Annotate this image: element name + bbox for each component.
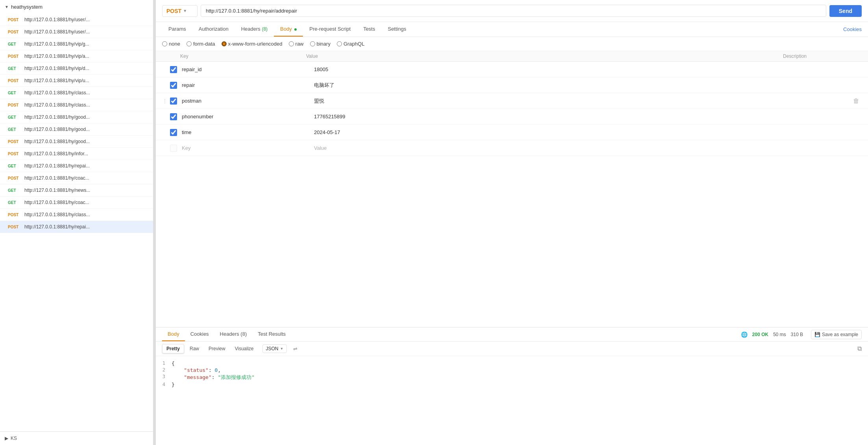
- sidebar-item[interactable]: GEThttp://127.0.0.1:8881/hy/good...: [0, 111, 153, 123]
- sidebar-item[interactable]: POSThttp://127.0.0.1:8881/hy/vip/a...: [0, 50, 153, 63]
- sidebar-item[interactable]: GEThttp://127.0.0.1:8881/hy/news...: [0, 184, 153, 197]
- sidebar-item[interactable]: POSThttp://127.0.0.1:8881/hy/good...: [0, 136, 153, 148]
- url-input[interactable]: [201, 5, 826, 17]
- row-checkbox[interactable]: [170, 82, 177, 89]
- json-colon: :: [212, 374, 218, 380]
- format-button-preview[interactable]: Preview: [205, 344, 229, 353]
- body-radio-binary[interactable]: [310, 41, 315, 46]
- row-value-placeholder[interactable]: Value: [308, 145, 862, 151]
- save-example-button[interactable]: 💾 Save as example: [811, 330, 862, 339]
- json-key: "status": [184, 367, 209, 373]
- row-checkbox[interactable]: [170, 97, 177, 105]
- method-badge: POST: [8, 18, 22, 22]
- item-url: http://127.0.0.1:8881/hy/news...: [24, 188, 90, 193]
- main-panel: POST ▼ Send ParamsAuthorizationHeaders (…: [156, 0, 868, 445]
- row-key-placeholder[interactable]: Key: [182, 145, 308, 151]
- row-value: 18005: [308, 66, 862, 72]
- request-tab-params[interactable]: Params: [162, 22, 192, 37]
- request-tab-headers[interactable]: Headers (8): [235, 22, 274, 37]
- sidebar-item[interactable]: POSThttp://127.0.0.1:8881/hy/class...: [0, 209, 153, 221]
- method-badge: GET: [8, 127, 22, 132]
- body-radio-GraphQL[interactable]: [337, 41, 342, 46]
- row-checkbox[interactable]: [170, 113, 177, 120]
- response-tab-headers[interactable]: Headers (8): [214, 327, 253, 341]
- body-radio-x-www-form-urlencoded[interactable]: [222, 41, 227, 46]
- body-option-label: raw: [295, 41, 304, 47]
- row-key: repair: [182, 82, 308, 88]
- json-indent: [172, 374, 184, 380]
- wrap-button[interactable]: ⇌: [292, 344, 299, 353]
- body-option-raw[interactable]: raw: [289, 41, 304, 47]
- format-button-pretty[interactable]: Pretty: [162, 344, 184, 353]
- item-url: http://127.0.0.1:8881/hy/coac...: [24, 200, 89, 205]
- response-tab-test-results[interactable]: Test Results: [252, 327, 291, 341]
- key-header: Key: [162, 53, 300, 59]
- request-tab-body[interactable]: Body: [274, 22, 303, 37]
- response-tab-body[interactable]: Body: [162, 327, 185, 341]
- sidebar-item[interactable]: POSThttp://127.0.0.1:8881/hy/class...: [0, 99, 153, 111]
- body-option-none[interactable]: none: [162, 41, 180, 47]
- format-button-raw[interactable]: Raw: [186, 344, 203, 353]
- copy-button[interactable]: ⧉: [857, 345, 862, 352]
- body-radio-none[interactable]: [162, 41, 167, 46]
- collection-header[interactable]: ▼ heathysystem: [0, 0, 153, 14]
- table-row: ⋮⋮ repair 电脑坏了: [156, 77, 868, 93]
- sidebar-item[interactable]: POSThttp://127.0.0.1:8881/hy/coac...: [0, 172, 153, 184]
- sidebar-item[interactable]: POSThttp://127.0.0.1:8881/hy/user/...: [0, 14, 153, 26]
- request-tab-settings[interactable]: Settings: [381, 22, 412, 37]
- body-option-label: binary: [317, 41, 331, 47]
- item-url: http://127.0.0.1:8881/hy/vip/g...: [24, 41, 89, 47]
- code-line: 2 "status": 0,: [156, 367, 868, 373]
- method-badge: POST: [8, 54, 22, 59]
- sidebar-item[interactable]: GEThttp://127.0.0.1:8881/hy/repai...: [0, 160, 153, 172]
- item-url: http://127.0.0.1:8881/hy/class...: [24, 102, 90, 108]
- item-url: http://127.0.0.1:8881/hy/user/...: [24, 29, 90, 35]
- line-content: {: [172, 360, 868, 366]
- footer-label: KS: [11, 436, 17, 441]
- sidebar-item[interactable]: GEThttp://127.0.0.1:8881/hy/vip/g...: [0, 38, 153, 50]
- sidebar-item[interactable]: GEThttp://127.0.0.1:8881/hy/coac...: [0, 197, 153, 209]
- send-button[interactable]: Send: [829, 5, 862, 17]
- response-tab-cookies[interactable]: Cookies: [185, 327, 214, 341]
- item-url: http://127.0.0.1:8881/hy/good...: [24, 114, 90, 120]
- body-option-x-www-form-urlencoded[interactable]: x-www-form-urlencoded: [222, 41, 283, 47]
- body-option-form-data[interactable]: form-data: [187, 41, 215, 47]
- sidebar-item[interactable]: GEThttp://127.0.0.1:8881/hy/good...: [0, 123, 153, 136]
- body-radio-form-data[interactable]: [187, 41, 192, 46]
- row-value: 电脑坏了: [308, 82, 862, 89]
- row-checkbox-empty[interactable]: [170, 145, 177, 152]
- method-badge: GET: [8, 42, 22, 46]
- delete-row-button[interactable]: 🗑: [851, 97, 862, 105]
- sidebar-item[interactable]: POSThttp://127.0.0.1:8881/hy/user/...: [0, 26, 153, 38]
- save-example-label: Save as example: [822, 332, 858, 337]
- sidebar-item[interactable]: POSThttp://127.0.0.1:8881/hy/vip/u...: [0, 75, 153, 87]
- tab-badge: (8): [262, 26, 268, 32]
- row-checkbox[interactable]: [170, 129, 177, 136]
- cookies-link[interactable]: Cookies: [843, 26, 862, 32]
- table-row: ⋮⋮ postman 盟悦 🗑: [156, 93, 868, 109]
- format-select[interactable]: JSON▼: [262, 344, 287, 353]
- table-empty-row: ⋮⋮ Key Value: [156, 140, 868, 156]
- format-button-visualize[interactable]: Visualize: [231, 344, 258, 353]
- sidebar-item[interactable]: GEThttp://127.0.0.1:8881/hy/vip/d...: [0, 63, 153, 75]
- copy-icon: ⧉: [857, 345, 862, 352]
- row-checkbox[interactable]: [170, 66, 177, 73]
- sidebar-footer[interactable]: ▶ KS: [0, 431, 153, 445]
- request-tab-authorization[interactable]: Authorization: [192, 22, 235, 37]
- row-value: 17765215899: [308, 114, 862, 120]
- item-url: http://127.0.0.1:8881/hy/good...: [24, 139, 90, 144]
- request-tab-tests[interactable]: Tests: [357, 22, 381, 37]
- sidebar-item[interactable]: POSThttp://127.0.0.1:8881/hy/infor...: [0, 148, 153, 160]
- item-url: http://127.0.0.1:8881/hy/good...: [24, 127, 90, 132]
- item-url: http://127.0.0.1:8881/hy/user/...: [24, 17, 90, 22]
- body-options: noneform-datax-www-form-urlencodedrawbin…: [156, 37, 868, 51]
- body-radio-raw[interactable]: [289, 41, 294, 46]
- request-tab-pre-request-script[interactable]: Pre-request Script: [303, 22, 357, 37]
- method-select[interactable]: POST ▼: [162, 5, 198, 17]
- sidebar-item[interactable]: POSThttp://127.0.0.1:8881/hy/repai...: [0, 221, 153, 233]
- body-option-binary[interactable]: binary: [310, 41, 331, 47]
- drag-handle[interactable]: ⋮⋮: [162, 98, 168, 104]
- sidebar-item[interactable]: GEThttp://127.0.0.1:8881/hy/class...: [0, 87, 153, 99]
- body-option-GraphQL[interactable]: GraphQL: [337, 41, 364, 47]
- json-brace: {: [172, 360, 175, 366]
